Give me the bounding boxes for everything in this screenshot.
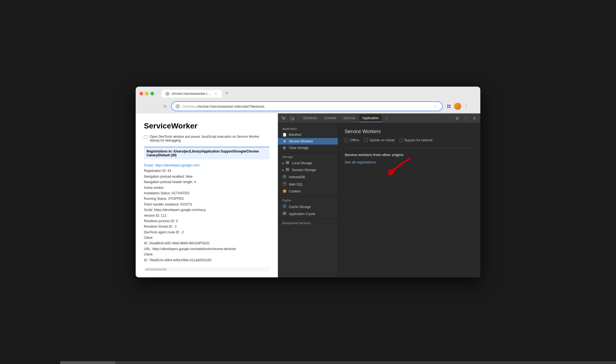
sidebar-section-bg-services: Background Services bbox=[278, 220, 338, 226]
svg-point-16 bbox=[283, 175, 286, 176]
sidebar-item-application-cache[interactable]: Application Cache bbox=[278, 210, 338, 217]
sidebar-item-web-sql-label: Web SQL bbox=[289, 183, 303, 186]
svg-point-18 bbox=[283, 205, 286, 206]
sidebar-divider-3 bbox=[278, 218, 338, 219]
maximize-traffic-light[interactable] bbox=[150, 92, 154, 95]
sidebar-item-service-workers[interactable]: ⚙ Service Workers bbox=[278, 138, 338, 145]
see-all-row: See all registrations bbox=[345, 160, 376, 164]
tab-sources[interactable]: Sources bbox=[340, 115, 359, 122]
sidebar-item-sw-label: Service Workers bbox=[289, 139, 313, 143]
renderer-thread: Renderer thread ID: -1 bbox=[144, 224, 269, 229]
active-worker-label: Active worker: bbox=[144, 185, 269, 190]
installation-status: Installation Status: ACTIVATED bbox=[144, 190, 269, 196]
close-traffic-light[interactable] bbox=[140, 92, 143, 95]
local-storage-arrow-icon: ▶ bbox=[282, 162, 284, 165]
local-storage-icon bbox=[285, 161, 290, 165]
debug-checkbox[interactable] bbox=[144, 135, 147, 139]
sidebar-item-cache-storage-label: Cache Storage bbox=[289, 205, 311, 209]
sidebar-item-indexeddb[interactable]: IndexedDB bbox=[278, 173, 338, 181]
client-id-2: ID: 79ed914c-e064-4d5d-b58e-011add351e62 bbox=[144, 257, 269, 263]
update-on-reload-label: Update on reload bbox=[369, 138, 394, 142]
svg-rect-19 bbox=[283, 212, 286, 213]
manifest-icon: 📄 bbox=[282, 133, 287, 137]
sidebar-section-application: Application 📄 Manifest ⚙ Service Workers… bbox=[278, 125, 338, 151]
nav-preload-header: Navigation preload header length: 4 bbox=[144, 179, 269, 185]
client-url-1: URL: https://developers.google.com/web/t… bbox=[144, 246, 269, 252]
forward-button[interactable]: › bbox=[153, 103, 159, 110]
debug-checkbox-row: Open DevTools window and pause JavaScrip… bbox=[144, 135, 269, 142]
svg-rect-14 bbox=[286, 169, 289, 170]
sidebar-section-cache: Cache Cache Storage bbox=[278, 197, 338, 217]
sidebar-section-storage: Storage ▶ Local Storage bbox=[278, 154, 338, 195]
scope-label: Scope: bbox=[144, 163, 154, 167]
offline-checkbox[interactable] bbox=[345, 139, 348, 142]
tab-console[interactable]: Console bbox=[321, 115, 339, 122]
offline-label: Offline bbox=[350, 138, 359, 142]
devtools-main: Service Workers Offline Update on reload bbox=[338, 123, 480, 277]
sidebar-item-session-storage[interactable]: ▶ Session Storage bbox=[278, 166, 338, 173]
extensions-button[interactable] bbox=[445, 103, 452, 110]
scope-url: https://developers.google.com/ bbox=[155, 163, 200, 167]
browser-tab-active[interactable]: ⚙ chrome://serviceworker-intern... ✕ bbox=[162, 90, 222, 98]
url-bar[interactable]: Chrome | chrome://serviceworker-internal… bbox=[171, 101, 443, 111]
sidebar-item-app-cache-label: Application Cache bbox=[289, 212, 315, 216]
reload-button[interactable]: ↻ bbox=[162, 103, 168, 110]
page-scrollbar[interactable] bbox=[145, 268, 167, 271]
more-options-button[interactable]: ⋮ bbox=[462, 114, 470, 122]
profile-button[interactable] bbox=[454, 103, 461, 110]
site-info-icon[interactable] bbox=[176, 104, 180, 108]
clear-storage-icon: 🗑 bbox=[282, 146, 287, 150]
sidebar-item-web-sql[interactable]: Web SQL bbox=[278, 181, 338, 188]
sidebar-item-session-storage-label: Session Storage bbox=[292, 168, 316, 172]
update-on-reload-checkbox[interactable] bbox=[364, 139, 368, 142]
fetch-handler: Fetch handler existence: EXISTS bbox=[144, 202, 269, 207]
application-cache-icon bbox=[282, 212, 287, 216]
tab-close-button[interactable]: ✕ bbox=[214, 92, 218, 96]
worker-details: Scope: https://developers.google.com/ Re… bbox=[144, 163, 269, 263]
sidebar-item-cache-storage[interactable]: Cache Storage bbox=[278, 203, 338, 210]
menu-button[interactable]: ⋮ bbox=[463, 103, 470, 110]
svg-rect-9 bbox=[293, 118, 294, 119]
minimize-traffic-light[interactable] bbox=[145, 92, 149, 95]
tab-bar: ⚙ chrome://serviceworker-intern... ✕ + bbox=[162, 89, 231, 98]
traffic-lights bbox=[140, 92, 154, 95]
cookies-icon: 🍪 bbox=[282, 189, 287, 193]
devtools-sidebar: Application 📄 Manifest ⚙ Service Workers… bbox=[278, 123, 338, 277]
back-button[interactable]: ‹ bbox=[143, 103, 150, 110]
sidebar-item-indexeddb-label: IndexedDB bbox=[289, 175, 305, 179]
sidebar-item-cookies[interactable]: 🍪 Cookies bbox=[278, 188, 338, 195]
toolbar-divider bbox=[298, 116, 298, 121]
svg-rect-8 bbox=[291, 117, 293, 120]
debug-label: Open DevTools window and pause JavaScrip… bbox=[150, 135, 269, 142]
tab-elements[interactable]: Elements bbox=[300, 115, 320, 122]
running-status: Running Status: STOPPED bbox=[144, 196, 269, 201]
annotation-arrow bbox=[388, 156, 416, 175]
svg-rect-15 bbox=[286, 170, 289, 171]
scope-link[interactable]: Scope: https://developers.google.com/ bbox=[144, 163, 200, 167]
tab-application[interactable]: Application bbox=[359, 115, 382, 122]
bypass-network-checkbox[interactable] bbox=[400, 139, 403, 142]
sidebar-item-manifest-label: Manifest bbox=[289, 133, 301, 137]
device-toolbar-button[interactable] bbox=[288, 114, 297, 122]
svg-rect-21 bbox=[283, 214, 286, 215]
more-tabs-button[interactable]: » bbox=[382, 114, 391, 122]
sidebar-item-manifest[interactable]: 📄 Manifest bbox=[278, 131, 338, 138]
see-all-registrations-link[interactable]: See all registrations bbox=[345, 160, 376, 164]
page-title: ServiceWorker bbox=[144, 122, 269, 130]
bookmark-button[interactable]: ☆ bbox=[432, 103, 438, 109]
sidebar-item-local-storage[interactable]: ▶ Local Storage bbox=[278, 160, 338, 166]
devtools-agent: DevTools agent route ID: -2 bbox=[144, 230, 269, 235]
session-storage-icon bbox=[285, 168, 290, 172]
indexeddb-icon bbox=[282, 175, 287, 179]
panel-divider bbox=[345, 148, 474, 148]
new-tab-button[interactable]: + bbox=[223, 89, 231, 97]
browser-window: ⚙ chrome://serviceworker-intern... ✕ + ‹… bbox=[136, 87, 480, 277]
sidebar-item-clear-storage[interactable]: 🗑 Clear storage bbox=[278, 145, 338, 151]
inspect-element-button[interactable] bbox=[280, 114, 288, 122]
url-text: Chrome | chrome://serviceworker-internal… bbox=[182, 104, 265, 108]
page-content: ServiceWorker Open DevTools window and p… bbox=[136, 113, 278, 277]
settings-button[interactable]: ⚙ bbox=[453, 114, 461, 122]
close-devtools-button[interactable]: ✕ bbox=[470, 114, 479, 122]
sw-panel-title: Service Workers bbox=[345, 129, 474, 134]
registration-id: Registration ID: 43 bbox=[144, 168, 269, 174]
